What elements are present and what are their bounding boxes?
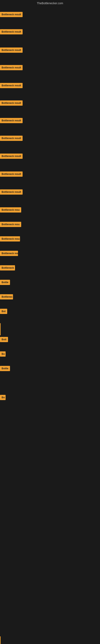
bottleneck-badge: Bottleneck res: [0, 251, 18, 256]
bottleneck-badge: Bottleneck result: [0, 154, 23, 159]
bottleneck-badge: Bottle: [0, 366, 10, 371]
bottleneck-badge: Bottle: [0, 280, 10, 285]
bottleneck-badge: Bottleneck result: [0, 83, 23, 88]
bottleneck-badge: Bo: [0, 395, 6, 400]
bottleneck-badge: Bottleneck resu: [0, 236, 20, 242]
vertical-line: [0, 636, 0, 644]
bottleneck-badge: Bottleneck: [0, 265, 15, 270]
bottleneck-badge: Bo: [0, 352, 6, 356]
site-title: TheBottlenecker.com: [0, 0, 100, 6]
bottleneck-badge: Bottleneck result: [0, 100, 23, 106]
bottleneck-badge: Bottleneck result: [0, 29, 23, 34]
bottleneck-badge: Bottleneck result: [0, 136, 23, 141]
vertical-line: [0, 323, 0, 335]
bottleneck-badge: Bottleneck result: [0, 172, 23, 177]
bottleneck-badge: Bottleneck result: [0, 118, 23, 123]
bottleneck-badge: Bottleneck resu: [0, 222, 21, 227]
bottleneck-badge: Bottlenec: [0, 294, 13, 300]
content-area: Bottleneck resultBottleneck resultBottle…: [0, 6, 100, 644]
bottleneck-badge: Bottleneck result: [0, 190, 23, 194]
bottleneck-badge: Bottleneck result: [0, 12, 23, 17]
bottleneck-badge: Bot: [0, 309, 7, 314]
bottleneck-badge: Bott: [0, 337, 8, 342]
bottleneck-badge: Bottleneck result: [0, 65, 23, 70]
bottleneck-badge: Bottleneck resu: [0, 207, 21, 212]
bottleneck-badge: Bottleneck result: [0, 48, 23, 53]
